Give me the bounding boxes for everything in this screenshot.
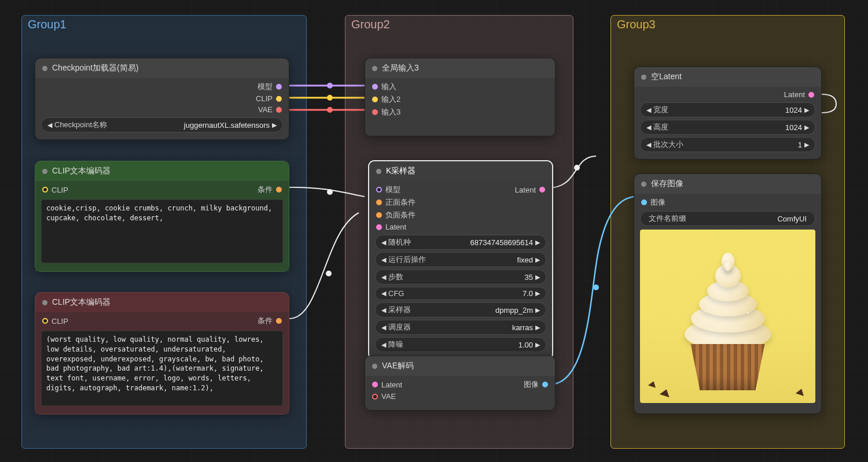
port-latent-in[interactable] bbox=[376, 224, 382, 230]
chevron-right-icon[interactable]: ▶ bbox=[804, 106, 809, 114]
chevron-right-icon[interactable]: ▶ bbox=[804, 141, 809, 149]
node-title: CLIP文本编码器 bbox=[52, 166, 111, 176]
port-pos-in[interactable] bbox=[376, 199, 382, 205]
param-checkpoint-name[interactable]: ◀ Checkpoint名称 juggernautXL.safetensors … bbox=[41, 117, 283, 132]
chevron-right-icon[interactable]: ▶ bbox=[535, 256, 540, 264]
port-latent-out[interactable] bbox=[539, 187, 545, 193]
chevron-left-icon[interactable]: ◀ bbox=[381, 341, 386, 349]
param-el-2[interactable]: ◀ 批次大小 1 ▶ bbox=[640, 137, 815, 152]
node-dot-icon bbox=[376, 169, 381, 174]
port-clip-in[interactable] bbox=[42, 318, 48, 324]
port-image-out[interactable] bbox=[542, 382, 548, 387]
port-image-in[interactable] bbox=[641, 199, 647, 205]
chevron-right-icon[interactable]: ▶ bbox=[535, 341, 540, 349]
output-vae-label: VAE bbox=[258, 105, 273, 114]
node-dot-icon bbox=[42, 169, 47, 174]
param-el-0[interactable]: ◀ 宽度 1024 ▶ bbox=[640, 102, 815, 117]
port-neg-in[interactable] bbox=[376, 212, 382, 218]
param-ks-4[interactable]: ◀ 采样器 dpmpp_2m ▶ bbox=[375, 302, 546, 317]
output-clip-label: CLIP bbox=[256, 94, 273, 103]
port-model-out[interactable] bbox=[276, 84, 282, 90]
param-el-1[interactable]: ◀ 高度 1024 ▶ bbox=[640, 120, 815, 135]
node-dot-icon bbox=[42, 300, 47, 305]
chevron-right-icon[interactable]: ▶ bbox=[804, 124, 809, 131]
node-clip-positive[interactable]: CLIP文本编码器 CLIP 条件 cookie,crisp, cookie c… bbox=[35, 161, 289, 272]
node-checkpoint-loader[interactable]: Checkpoint加载器(简易) 模型 CLIP VAE ◀ Checkpoi… bbox=[35, 58, 289, 140]
port-vae-in[interactable] bbox=[372, 394, 378, 400]
svg-point-2 bbox=[327, 107, 333, 113]
chevron-right-icon[interactable]: ▶ bbox=[272, 121, 277, 129]
chevron-right-icon[interactable]: ▶ bbox=[535, 273, 540, 281]
port-cond-out[interactable] bbox=[276, 187, 282, 193]
prompt-textarea[interactable]: cookie,crisp, cookie crumbs, crunch, mil… bbox=[41, 199, 283, 263]
node-ksampler[interactable]: K采样器 模型 Latent 正面条件 负面条件 Latent ◀ 随机种 68… bbox=[369, 161, 553, 360]
group-3-title: Group3 bbox=[611, 16, 844, 34]
port-model-in[interactable] bbox=[376, 187, 382, 193]
node-dot-icon bbox=[42, 66, 47, 71]
port-in3[interactable] bbox=[372, 109, 378, 115]
svg-point-3 bbox=[327, 189, 333, 195]
node-title: K采样器 bbox=[386, 166, 415, 176]
chevron-left-icon[interactable]: ◀ bbox=[381, 290, 386, 297]
chevron-left-icon[interactable]: ◀ bbox=[381, 306, 386, 314]
port-clip-in[interactable] bbox=[42, 187, 48, 193]
node-title: Checkpoint加载器(简易) bbox=[52, 63, 138, 73]
chevron-right-icon[interactable]: ▶ bbox=[535, 324, 540, 331]
svg-point-6 bbox=[593, 284, 599, 290]
node-dot-icon bbox=[372, 364, 377, 369]
port-clip-out[interactable] bbox=[276, 96, 282, 102]
svg-point-4 bbox=[326, 271, 332, 276]
svg-point-0 bbox=[327, 83, 333, 88]
chevron-right-icon[interactable]: ▶ bbox=[535, 290, 540, 297]
port-in2[interactable] bbox=[372, 97, 378, 102]
port-in1[interactable] bbox=[372, 84, 378, 90]
port-latent-in[interactable] bbox=[372, 382, 378, 387]
image-preview bbox=[640, 230, 815, 403]
param-filename-prefix[interactable]: 文件名前缀 ComfyUI bbox=[640, 211, 815, 226]
param-ks-2[interactable]: ◀ 步数 35 ▶ bbox=[375, 269, 546, 284]
chevron-left-icon[interactable]: ◀ bbox=[381, 324, 386, 331]
input-clip-label: CLIP bbox=[52, 317, 68, 326]
svg-point-1 bbox=[327, 95, 333, 101]
node-title: VAE解码 bbox=[382, 361, 414, 371]
node-title: 保存图像 bbox=[651, 179, 683, 189]
input-clip-label: CLIP bbox=[52, 186, 68, 194]
svg-point-5 bbox=[574, 165, 580, 171]
node-save-image[interactable]: 保存图像 图像 文件名前缀 ComfyUI bbox=[634, 173, 822, 414]
node-title: 全局输入3 bbox=[382, 63, 419, 73]
node-dot-icon bbox=[372, 66, 377, 71]
node-dot-icon bbox=[641, 182, 646, 187]
chevron-right-icon[interactable]: ▶ bbox=[535, 306, 540, 314]
chevron-right-icon[interactable]: ▶ bbox=[535, 239, 540, 246]
param-ks-3[interactable]: ◀ CFG 7.0 ▶ bbox=[375, 287, 546, 300]
port-cond-out[interactable] bbox=[276, 318, 282, 324]
node-empty-latent[interactable]: 空Latent Latent ◀ 宽度 1024 ▶ ◀ 高度 1024 ▶ ◀… bbox=[634, 66, 822, 160]
node-reroute[interactable]: 全局输入3 输入 输入2 输入3 bbox=[365, 58, 556, 136]
chevron-left-icon[interactable]: ◀ bbox=[47, 121, 52, 129]
port-latent-out[interactable] bbox=[808, 92, 814, 98]
chevron-left-icon[interactable]: ◀ bbox=[381, 256, 386, 264]
group-1-title: Group1 bbox=[22, 16, 306, 34]
port-vae-out[interactable] bbox=[276, 107, 282, 113]
chevron-left-icon[interactable]: ◀ bbox=[381, 273, 386, 281]
group-2-title: Group2 bbox=[345, 16, 573, 34]
chevron-left-icon[interactable]: ◀ bbox=[646, 124, 651, 131]
chevron-left-icon[interactable]: ◀ bbox=[646, 106, 651, 114]
output-model-label: 模型 bbox=[258, 82, 273, 92]
chevron-left-icon[interactable]: ◀ bbox=[381, 239, 386, 246]
prompt-textarea[interactable]: (worst quality, low quality, normal qual… bbox=[41, 331, 283, 406]
chevron-left-icon[interactable]: ◀ bbox=[646, 141, 651, 149]
node-clip-negative[interactable]: CLIP文本编码器 CLIP 条件 (worst quality, low qu… bbox=[35, 292, 289, 415]
param-ks-6[interactable]: ◀ 降噪 1.00 ▶ bbox=[375, 337, 546, 352]
param-ks-5[interactable]: ◀ 调度器 karras ▶ bbox=[375, 320, 546, 335]
output-cond-label: 条件 bbox=[258, 316, 273, 326]
param-ks-0[interactable]: ◀ 随机种 687347458695614 ▶ bbox=[375, 235, 546, 250]
node-dot-icon bbox=[641, 75, 646, 80]
node-title: CLIP文本编码器 bbox=[52, 297, 111, 308]
output-cond-label: 条件 bbox=[258, 184, 273, 195]
node-vae-decode[interactable]: VAE解码 Latent 图像 VAE bbox=[365, 356, 556, 411]
node-title: 空Latent bbox=[651, 72, 682, 82]
param-ks-1[interactable]: ◀ 运行后操作 fixed ▶ bbox=[375, 252, 546, 267]
